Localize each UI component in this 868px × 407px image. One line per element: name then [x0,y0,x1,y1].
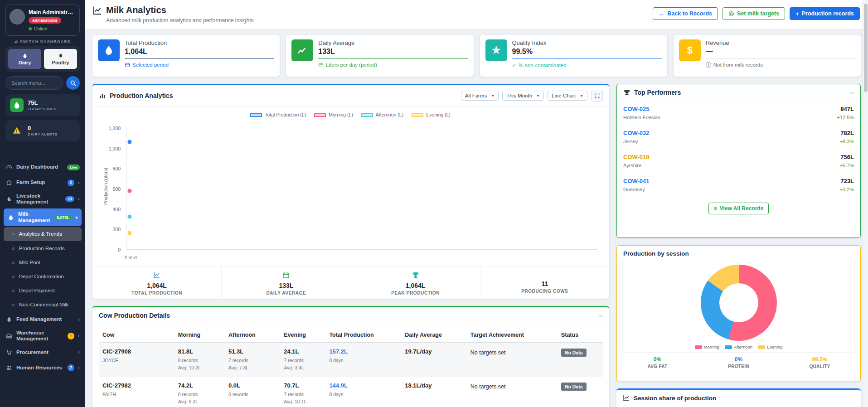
panel-title: Production by session [623,250,689,257]
avatar [10,9,25,24]
star-icon: ★ [485,39,507,61]
page-header: Milk Analytics Advanced milk production … [85,0,868,29]
sidebar-item-analytics-trends[interactable]: ○ Analytics & Trends [4,227,82,241]
stat-cards-row: Total Production 1,064L Selected period … [92,35,861,77]
cow-link[interactable]: COW-025 [623,106,660,112]
milk-droplet-icon [10,98,24,112]
production-analytics-panel: Production Analytics All Farms▼ This Mon… [92,84,609,299]
dairy-dashboard-button[interactable]: Dairy [8,49,41,69]
legend-item-afternoon[interactable]: Afternoon [725,344,752,349]
status-badge: No Data [561,383,587,391]
farm-filter-select[interactable]: All Farms▼ [461,91,499,101]
egg-icon [58,53,63,58]
scrollbar-thumb[interactable] [864,4,868,92]
line-chart-icon [153,271,160,279]
line-chart-icon [92,5,102,15]
fullscreen-button[interactable] [591,90,603,102]
collapse-button[interactable]: − [850,89,854,96]
legend-item-evening[interactable]: Evening (L) [412,112,451,117]
quality-stat: 99.5% QUALITY [779,356,860,369]
check-icon: ✓ [512,62,517,68]
status-badge: No Data [561,349,587,357]
view-all-records-button[interactable]: ≡ View All Records [708,203,769,214]
radio-circle-icon: ○ [12,260,15,265]
main-content: Milk Analytics Advanced milk production … [85,0,868,407]
cow-production-table: Cow Morning Afternoon Evening Total Prod… [99,328,603,407]
sidebar-item-milk-management[interactable]: Milk Management 6,070L ▾ [4,208,82,226]
production-by-session-panel: Production by session Morning Afternoon … [616,245,861,381]
page-title: Milk Analytics [106,5,166,15]
period-filter-select[interactable]: This Month▼ [502,91,544,101]
sidebar-item-milk-pool[interactable]: ○ Milk Pool [0,256,85,270]
cow-id[interactable]: CIC-27982 [102,382,171,389]
arrow-left-icon: ← [659,11,664,17]
search-input[interactable] [5,76,63,90]
live-badge: Live [67,165,80,170]
legend-item-total[interactable]: Total Production (L) [250,112,306,117]
warehouse-icon [5,333,13,339]
trophy-icon [412,271,419,279]
chart-type-select[interactable]: Line Chart▼ [548,91,587,101]
chevron-down-icon: ▾ [75,214,78,221]
x-axis-tick: Y-m-d [124,255,137,260]
data-point-evening [128,231,132,235]
todays-milk-value: 75L [28,99,56,106]
cow-production-details-panel: Cow Production Details − Cow Morning Aft… [92,306,609,407]
legend-item-morning[interactable]: Morning [695,344,719,349]
trophy-icon [623,89,630,96]
users-icon [5,364,13,371]
dashboard-switcher: Dairy Poultry [5,46,80,72]
set-milk-targets-button[interactable]: Set milk targets [723,7,785,20]
table-row: CIC-27908JOYCE 81.8L8 recordsAvg: 10.2L … [99,343,603,377]
search-button[interactable] [66,76,80,90]
data-point-morning [128,189,132,193]
panel-title: Top Performers [634,89,681,96]
sidebar-item-procurement[interactable]: Procurement ‹ [0,344,85,360]
avg-fat-stat: 0% AVG FAT [617,356,698,369]
chart-line-icon [291,39,313,61]
sidebar-item-warehouse-management[interactable]: Warehouse Management ! ‹ [0,327,85,344]
search-icon [70,80,77,87]
cow-link[interactable]: COW-032 [623,130,650,136]
sidebar-item-feed-management[interactable]: Feed Management ‹ [0,312,85,327]
droplet-icon [7,214,15,221]
sidebar-item-depot-confirmation[interactable]: ○ Depot Confirmation [0,270,85,284]
summary-producing-cows: 11 PRODUCING COWS [480,266,609,301]
home-icon [5,179,13,186]
user-card[interactable]: Main Administrator Administrator Online [5,5,80,36]
role-badge: Administrator [29,17,61,24]
sidebar-item-production-records[interactable]: ○ Production Records [0,242,85,256]
legend-item-evening[interactable]: Evening [758,344,782,349]
stat-card-total-production: Total Production 1,064L Selected period [92,35,280,77]
sidebar-item-human-resources[interactable]: Human Resources 7 ‹ [0,360,85,375]
panel-title: Cow Production Details [99,312,170,319]
summary-daily-average: 133L DAILY AVERAGE [221,266,350,301]
sidebar-menu: Dairy Dashboard Live Farm Setup 2 ‹ ♞ Li… [0,160,85,375]
dairy-alerts-tile: 0 DAIRY ALERTS [5,120,80,141]
sidebar-item-depot-payment[interactable]: ○ Depot Payment [0,284,85,298]
cow-id[interactable]: CIC-27908 [102,348,171,355]
page-scrollbar[interactable] [863,0,868,407]
cow-link[interactable]: COW-018 [623,154,650,160]
sidebar: Main Administrator Administrator Online … [0,0,85,407]
sidebar-item-livestock-management[interactable]: ♞ Livestock Management 23 ‹ [0,190,85,208]
poultry-dashboard-button[interactable]: Poultry [44,49,77,69]
legend-item-morning[interactable]: Morning (L) [314,112,353,117]
production-records-button[interactable]: + Production records [790,7,860,20]
sidebar-item-farm-setup[interactable]: Farm Setup 2 ‹ [0,175,85,190]
collapse-button[interactable]: − [599,312,603,319]
switch-dashboard-label: ⇄ SWITCH DASHBOARD [0,39,85,44]
list-item: COW-041Guernsey 723L+3.2% [617,173,860,197]
livestock-badge: 23 [65,196,74,202]
stat-card-quality-index: ★ Quality Index 99.5% ✓ % non-contaminat… [480,35,667,77]
panel-title: Session share of production [634,395,716,402]
bar-chart-icon [99,92,106,99]
legend-item-afternoon[interactable]: Afternoon (L) [361,112,403,117]
panel-title: Production Analytics [110,92,173,99]
cart-icon [5,349,13,355]
sidebar-item-non-commercial-milk[interactable]: ○ Non-Commercial Milk [0,298,85,312]
back-to-records-button[interactable]: ← Back to Records [653,7,718,20]
cow-link[interactable]: COW-041 [623,178,650,184]
sidebar-item-dairy-dashboard[interactable]: Dairy Dashboard Live [0,160,85,175]
session-share-panel: Session share of production Morning 54.4… [616,388,861,407]
